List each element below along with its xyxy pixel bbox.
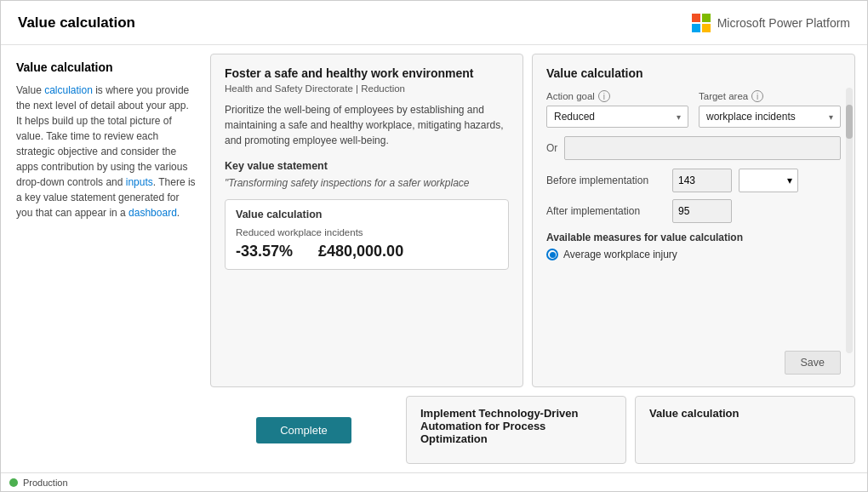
sq-red [692,14,700,22]
radio-dot-inner [550,252,556,258]
action-goal-select[interactable]: Reduced ▾ [546,106,688,128]
complete-button[interactable]: Complete [256,417,351,443]
ms-brand-label: Microsoft Power Platform [717,16,850,30]
key-value-statement: "Transforming safety inspections for a s… [225,177,509,189]
main-card-subtitle: Health and Safety Directorate | Reductio… [225,83,509,94]
key-value-section: Key value statement "Transforming safety… [225,160,509,189]
calc-link[interactable]: calculation [44,84,93,96]
value-calc-section: Value calculation Reduced workplace inci… [225,199,509,270]
bottom-row: Complete Implement Technology-Driven Aut… [210,396,855,464]
after-impl-input[interactable] [672,199,732,223]
before-impl-row: Before implementation ▾ [546,169,841,192]
value-calc-heading: Value calculation [236,209,498,220]
after-impl-row: After implementation [546,199,841,223]
header: Value calculation Microsoft Power Platfo… [1,1,867,45]
metric-label: Reduced workplace incidents [236,227,498,237]
target-area-group: Target area i workplace incidents ▾ [699,90,841,128]
key-value-heading: Key value statement [225,160,509,172]
metrics-row: -33.57% £480,000.00 [236,243,498,260]
action-goal-value: Reduced [554,111,595,123]
main-content: Value calculation Value calculation is w… [1,45,867,472]
left-panel-description: Value calculation is where you provide t… [16,83,197,220]
save-button[interactable]: Save [785,351,842,375]
target-area-info-icon[interactable]: i [751,90,763,102]
action-goal-info-icon[interactable]: i [598,90,610,102]
scrollbar-thumb[interactable] [846,105,853,139]
after-impl-label: After implementation [546,205,665,217]
bottom-left-card-title: Implement Technology-Driven Automation f… [420,407,612,445]
bottom-right-card-title: Value calculation [649,407,841,420]
before-impl-select[interactable]: ▾ [739,169,798,192]
dashboard-link[interactable]: dashboard [128,207,177,219]
bottom-left-card: Implement Technology-Driven Automation f… [406,396,626,464]
metric-amount: £480,000.00 [318,243,403,260]
status-bar: Production [1,472,867,491]
action-target-row: Action goal i Reduced ▾ Target area [546,90,841,128]
radio-button[interactable] [546,249,558,260]
ms-squares-icon [692,14,711,32]
right-card: Value calculation Action goal i Reduced … [532,54,855,387]
before-impl-chevron-icon: ▾ [787,174,792,186]
right-card-title: Value calculation [546,66,841,80]
sq-blue [692,24,700,32]
main-card-title: Foster a safe and healthy work environme… [225,66,509,80]
complete-btn-area: Complete [210,396,397,464]
sq-green [702,14,711,22]
main-card: Foster a safe and healthy work environme… [210,54,523,387]
metric-percent: -33.57% [236,243,293,260]
action-goal-group: Action goal i Reduced ▾ [546,90,688,128]
left-panel-heading: Value calculation [16,60,197,74]
measure-option-label: Average workplace injury [563,249,677,260]
target-area-label: Target area i [699,90,841,102]
inputs-link[interactable]: inputs [126,176,153,188]
cards-area: Foster a safe and healthy work environme… [210,54,855,464]
target-area-value: workplace incidents [706,111,796,123]
top-cards-wrapper: Foster a safe and healthy work environme… [210,54,855,387]
left-panel: Value calculation Value calculation is w… [13,54,200,464]
before-impl-label: Before implementation [546,174,665,186]
sq-yellow [702,24,711,32]
or-label: Or [546,142,557,154]
radio-row: Average workplace injury [546,249,841,260]
measures-section: Available measures for value calculation… [546,232,841,260]
ms-logo: Microsoft Power Platform [692,14,850,32]
or-input[interactable] [564,136,841,160]
scrollbar-track[interactable] [846,88,853,353]
target-area-select[interactable]: workplace incidents ▾ [699,106,841,128]
action-goal-chevron-icon: ▾ [677,112,681,122]
status-dot-icon [9,478,18,487]
measures-label: Available measures for value calculation [546,232,841,243]
action-goal-label: Action goal i [546,90,688,102]
or-row: Or [546,136,841,160]
bottom-right-card: Value calculation [635,396,855,464]
app-frame: Value calculation Microsoft Power Platfo… [0,0,868,492]
main-card-body: Prioritize the well-being of employees b… [225,102,509,148]
page-title: Value calculation [18,14,135,31]
before-impl-input[interactable] [672,169,732,192]
status-text: Production [23,478,68,488]
target-area-chevron-icon: ▾ [829,112,833,122]
